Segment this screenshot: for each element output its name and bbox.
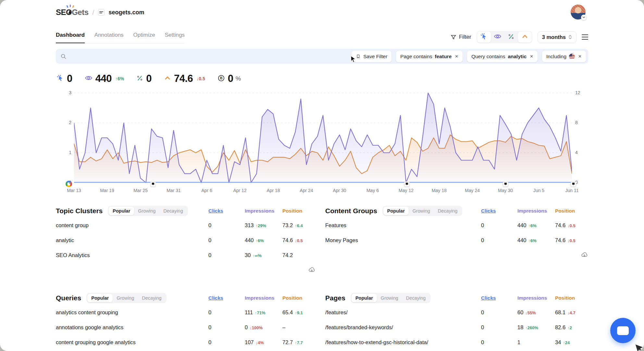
tab-topic-clusters-decaying[interactable]: Decaying [159, 207, 187, 215]
y-axis-right-label: 12 [575, 90, 585, 95]
row-position: 34↑24 [555, 339, 588, 345]
tab-dashboard[interactable]: Dashboard [56, 32, 85, 43]
close-icon[interactable]: ✕ [578, 54, 582, 59]
table-row[interactable]: /features/how-to-extend-gsc-historical-d… [325, 335, 588, 350]
annotation-flag-icon[interactable] [503, 181, 508, 187]
x-tick-label: Jun 11 [565, 188, 579, 193]
tab-queries-growing[interactable]: Growing [113, 294, 138, 302]
tab-topic-clusters-growing[interactable]: Growing [134, 207, 159, 215]
table-row[interactable]: /features/branded-keywords/018↑260%82.6↑… [325, 320, 588, 335]
annotation-flag-icon[interactable] [404, 181, 410, 187]
row-name[interactable]: content grouping google analytics [56, 339, 208, 345]
table-row[interactable]: /features/topic-clusters/029↑12%83.4↓8.4 [325, 350, 588, 351]
row-name[interactable]: Money Pages [325, 237, 481, 243]
kpi-ctr: 0 [136, 73, 152, 84]
export-cloud-icon[interactable] [581, 251, 588, 260]
table-row[interactable]: annotations google analytics00↓100%– [56, 320, 316, 335]
row-impressions: 18↑260% [517, 324, 555, 331]
tab-optimize[interactable]: Optimize [133, 32, 155, 43]
clicks-toggle[interactable] [477, 32, 491, 43]
ctr-toggle[interactable] [504, 32, 518, 43]
hamburger-menu-icon[interactable] [582, 34, 588, 40]
tab-topic-clusters-popular[interactable]: Popular [109, 207, 134, 215]
close-icon[interactable]: ✕ [455, 54, 458, 59]
column-header-clicks[interactable]: Clicks [208, 295, 245, 301]
row-name[interactable]: analytic [56, 237, 208, 243]
chat-widget-button[interactable] [610, 318, 636, 343]
chip-query-contains[interactable]: Query containsanalytic ✕ [467, 50, 538, 62]
tab-content-groups-popular[interactable]: Popular [383, 207, 409, 215]
site-name[interactable]: seogets.com [108, 9, 144, 16]
kpi-branded: B0% [217, 73, 241, 84]
row-clicks: 0 [481, 324, 517, 331]
x-tick-label: Apr 30 [333, 188, 346, 193]
x-tick-label: May 18 [432, 188, 447, 193]
tab-settings[interactable]: Settings [165, 32, 185, 43]
tab-content-groups-growing[interactable]: Growing [409, 207, 434, 215]
mouse-cursor [349, 55, 357, 63]
column-header-impressions[interactable]: Impressions [245, 208, 282, 214]
kpi-clicks: 0 [56, 73, 72, 84]
annotation-flag-icon[interactable] [571, 181, 576, 187]
chip-including-country[interactable]: Including ✕ [542, 50, 586, 62]
row-name[interactable]: /features/branded-keywords/ [325, 324, 481, 331]
period-select[interactable]: 3 months [538, 31, 576, 43]
filter-button[interactable]: Filter [451, 34, 471, 40]
column-header-clicks[interactable]: Clicks [208, 208, 245, 214]
brand-logo[interactable]: SEOGets [56, 8, 89, 17]
row-impressions: 111↑71% [245, 309, 282, 316]
tab-pages-popular[interactable]: Popular [352, 294, 377, 302]
position-toggle[interactable] [518, 32, 532, 43]
impressions-icon [85, 74, 93, 83]
row-name[interactable]: SEO Analytics [56, 252, 208, 258]
user-avatar[interactable] [571, 5, 586, 20]
table-row[interactable]: Features0440↑6%74.6↓0.5 [325, 218, 588, 233]
column-header-position[interactable]: Position [282, 208, 316, 214]
performance-chart[interactable]: 321012840 Mar 13Mar 19Mar 25Mar 31Apr 6A… [74, 92, 572, 199]
table-row[interactable]: /features/060↓55%68.1↓4.7 [325, 305, 588, 320]
column-header-position[interactable]: Position [555, 295, 588, 301]
impressions-toggle[interactable] [491, 32, 504, 43]
close-icon[interactable]: ✕ [530, 54, 533, 59]
row-name[interactable]: content group [56, 222, 208, 228]
annotation-flag-icon[interactable] [150, 181, 156, 187]
column-header-position[interactable]: Position [282, 295, 316, 301]
table-row[interactable]: analytics content grouping0111↑71%65.4↑9… [56, 305, 316, 320]
row-name[interactable]: Features [325, 222, 481, 228]
row-name[interactable]: analytics content grouping [56, 309, 208, 316]
table-row[interactable]: SEO Analytics030↑∞%74.2 [56, 248, 316, 263]
table-row[interactable]: content grouping google analytics0107↓4%… [56, 335, 316, 350]
tab-pages-growing[interactable]: Growing [377, 294, 402, 302]
save-filter-button[interactable]: Save Filter [351, 50, 392, 62]
tab-annotations[interactable]: Annotations [94, 32, 124, 43]
table-row[interactable]: content group0313↑29%73.2↑6.4 [56, 218, 316, 233]
column-header-clicks[interactable]: Clicks [481, 295, 517, 301]
row-name[interactable]: annotations google analytics [56, 324, 208, 331]
tab-pages-decaying[interactable]: Decaying [402, 294, 429, 302]
column-header-position[interactable]: Position [555, 208, 588, 214]
column-header-impressions[interactable]: Impressions [245, 295, 282, 301]
chip-page-contains[interactable]: Page containsfeature ✕ [396, 50, 463, 62]
row-impressions: 440↑6% [517, 237, 555, 243]
tab-queries-decaying[interactable]: Decaying [138, 294, 165, 302]
row-impressions: 107↓4% [245, 339, 282, 345]
row-name[interactable]: /features/how-to-extend-gsc-historical-d… [325, 339, 481, 345]
row-name[interactable]: /features/ [325, 309, 481, 316]
tab-queries-popular[interactable]: Popular [87, 294, 113, 302]
column-header-impressions[interactable]: Impressions [517, 295, 555, 301]
kpi-row: 0440↑6%074.6↓0.5B0% [56, 73, 241, 84]
clicks-icon [56, 74, 64, 83]
y-axis-left-label: 2 [62, 120, 71, 125]
kpi-position-delta: ↓0.5 [196, 76, 205, 81]
x-tick-label: May 6 [366, 188, 379, 193]
table-row[interactable]: Money Pages0440↑6%74.6↓0.5 [325, 233, 588, 248]
table-row[interactable]: analytic0440↑6%74.6↓0.5 [56, 233, 316, 248]
table-row[interactable]: analytics seo features025↓81%66.6↓3.2 [56, 350, 316, 351]
section-title: Topic Clusters [56, 207, 103, 215]
row-position: 74.6↓0.5 [282, 237, 316, 243]
ctr-icon [508, 33, 514, 41]
column-header-impressions[interactable]: Impressions [517, 208, 555, 214]
column-header-clicks[interactable]: Clicks [481, 208, 517, 214]
export-cloud-icon[interactable] [308, 266, 316, 275]
tab-content-groups-decaying[interactable]: Decaying [434, 207, 461, 215]
